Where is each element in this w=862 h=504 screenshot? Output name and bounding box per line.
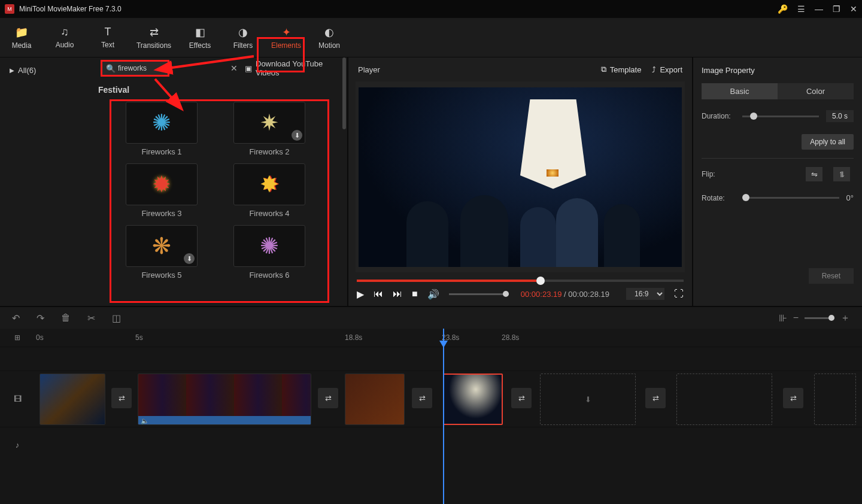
zoom-out-button[interactable]: − xyxy=(793,312,799,323)
expand-icon: ▶ xyxy=(10,67,14,74)
audio-track[interactable] xyxy=(35,427,862,463)
crop-button[interactable]: ◫ xyxy=(112,312,121,324)
tab-color[interactable]: Color xyxy=(778,83,854,99)
search-box[interactable]: 🔍 xyxy=(101,60,169,77)
transition-slot[interactable]: ⇄ xyxy=(645,388,666,408)
element-item[interactable]: ✸ Fireworks 4 xyxy=(221,163,317,218)
drop-slot[interactable] xyxy=(814,374,856,425)
aspect-ratio-select[interactable]: 16:9 xyxy=(626,288,664,300)
stop-button[interactable]: ■ xyxy=(412,289,418,299)
video-track[interactable]: ⇄ 🔈 ⇄ ⇄ ⇄ ⬇ ⇄ ⇄ xyxy=(35,371,862,427)
transition-slot[interactable]: ⇄ xyxy=(412,388,432,408)
export-button[interactable]: ⤴Export xyxy=(652,65,682,74)
duration-slider[interactable] xyxy=(742,116,819,117)
tool-elements[interactable]: ✦Elements xyxy=(265,18,308,57)
close-icon[interactable]: ✕ xyxy=(850,4,857,14)
playhead[interactable] xyxy=(443,329,444,504)
redo-button[interactable]: ↷ xyxy=(37,312,44,324)
category-all[interactable]: ▶ All(6) xyxy=(5,62,85,78)
element-item[interactable]: ✺ Fireworks 1 xyxy=(114,102,210,156)
tab-basic[interactable]: Basic xyxy=(702,83,778,99)
clip[interactable] xyxy=(40,374,105,425)
fullscreen-button[interactable]: ⛶ xyxy=(674,289,684,299)
tool-motion[interactable]: ◐Motion xyxy=(308,18,351,57)
template-button[interactable]: ⧉Template xyxy=(601,65,642,74)
folder-icon: 📁 xyxy=(15,26,28,39)
flip-vertical-button[interactable]: ⥮ xyxy=(833,167,850,181)
license-key-icon[interactable]: 🔑 xyxy=(778,4,788,14)
video-track-icon[interactable]: 🎞 xyxy=(0,394,35,403)
undo-button[interactable]: ↶ xyxy=(12,312,20,324)
download-icon[interactable]: ⬇ xyxy=(292,130,302,141)
element-item[interactable]: ✹ Fireworks 3 xyxy=(114,163,210,218)
apply-all-button[interactable]: Apply to all xyxy=(802,134,854,150)
section-title: Festival xyxy=(96,79,341,98)
youtube-icon: ▣ xyxy=(245,64,252,73)
progress-bar[interactable] xyxy=(357,280,684,282)
timecode: 00:00:23.19 / 00:00:28.19 xyxy=(521,290,609,299)
maximize-icon[interactable]: ❐ xyxy=(833,4,840,14)
add-track-button[interactable]: ⊞ xyxy=(0,333,35,342)
player-panel: Player ⧉Template ⤴Export ▶ ⏮ xyxy=(347,57,692,306)
timeline-ruler[interactable]: ⊞ 0s 5s 18.8s 23.8s 28.8s xyxy=(0,329,862,347)
properties-panel: Image Property Basic Color Duration: 5.0… xyxy=(692,57,862,306)
rotate-slider[interactable] xyxy=(742,197,839,199)
clear-search-icon[interactable]: ✕ xyxy=(230,63,238,73)
minimize-icon[interactable]: — xyxy=(815,4,823,14)
drop-slot[interactable] xyxy=(676,374,772,425)
transition-slot[interactable]: ⇄ xyxy=(511,388,532,408)
flip-horizontal-button[interactable]: ⇋ xyxy=(806,167,822,181)
titlebar: M MiniTool MovieMaker Free 7.3.0 🔑 ☰ — ❐… xyxy=(0,0,862,18)
play-button[interactable]: ▶ xyxy=(357,289,364,300)
tool-audio[interactable]: ♫Audio xyxy=(43,18,86,57)
duration-label: Duration: xyxy=(702,112,735,120)
tool-text[interactable]: TText xyxy=(86,18,129,57)
duration-value[interactable]: 5.0 s xyxy=(826,110,854,122)
firework-icon: ✸ xyxy=(260,171,279,198)
transition-slot[interactable]: ⇄ xyxy=(783,388,803,408)
transition-slot[interactable]: ⇄ xyxy=(318,388,338,408)
scrollbar[interactable] xyxy=(342,57,346,129)
download-icon[interactable]: ⬇ xyxy=(184,253,195,264)
template-icon: ⧉ xyxy=(601,65,606,74)
firework-icon: ✺ xyxy=(260,233,279,259)
prev-frame-button[interactable]: ⏮ xyxy=(374,289,383,299)
element-item[interactable]: ✺ Fireworks 6 xyxy=(221,225,317,280)
audio-track-icon[interactable]: ♪ xyxy=(0,441,35,450)
motion-icon: ◐ xyxy=(324,26,334,39)
reset-button[interactable]: Reset xyxy=(809,268,854,284)
clip[interactable]: 🔈 xyxy=(138,374,311,425)
element-item[interactable]: ✷⬇ Fireworks 2 xyxy=(221,102,317,156)
zoom-in-button[interactable]: ＋ xyxy=(840,312,850,324)
video-preview[interactable] xyxy=(356,81,685,272)
drop-slot[interactable]: ⬇ xyxy=(540,374,636,425)
clip[interactable] xyxy=(345,374,405,425)
elements-grid: ✺ Fireworks 1 ✷⬇ Fireworks 2 ✹ Fireworks… xyxy=(96,98,341,283)
tool-effects[interactable]: ◧Effects xyxy=(178,18,221,57)
element-item[interactable]: ❋⬇ Fireworks 5 xyxy=(114,225,210,280)
app-icon: M xyxy=(5,4,14,14)
sparkle-icon: ✦ xyxy=(282,26,291,39)
download-youtube-link[interactable]: ▣ Download YouTube Videos xyxy=(245,59,336,77)
volume-slider[interactable] xyxy=(449,293,509,295)
delete-button[interactable]: 🗑 xyxy=(61,312,71,323)
transition-slot[interactable]: ⇄ xyxy=(111,388,132,408)
music-icon: ♫ xyxy=(60,26,69,38)
app-title: MiniTool MovieMaker Free 7.3.0 xyxy=(19,5,778,13)
player-title: Player xyxy=(358,65,380,74)
menu-icon[interactable]: ☰ xyxy=(797,4,805,14)
filters-icon: ◑ xyxy=(238,26,248,39)
next-frame-button[interactable]: ⏭ xyxy=(393,289,402,299)
zoom-slider[interactable] xyxy=(805,317,834,319)
effects-icon: ◧ xyxy=(195,26,205,39)
tool-transitions[interactable]: ⇄Transitions xyxy=(129,18,178,57)
firework-icon: ✹ xyxy=(152,171,171,198)
tool-media[interactable]: 📁Media xyxy=(0,18,43,57)
search-input[interactable] xyxy=(118,64,166,72)
tool-filters[interactable]: ◑Filters xyxy=(221,18,265,57)
clip-selected[interactable] xyxy=(443,374,503,425)
split-button[interactable]: ✂ xyxy=(87,312,95,324)
snap-button[interactable]: ⊪ xyxy=(779,312,787,324)
properties-title: Image Property xyxy=(702,66,854,75)
volume-icon[interactable]: 🔊 xyxy=(427,289,439,300)
